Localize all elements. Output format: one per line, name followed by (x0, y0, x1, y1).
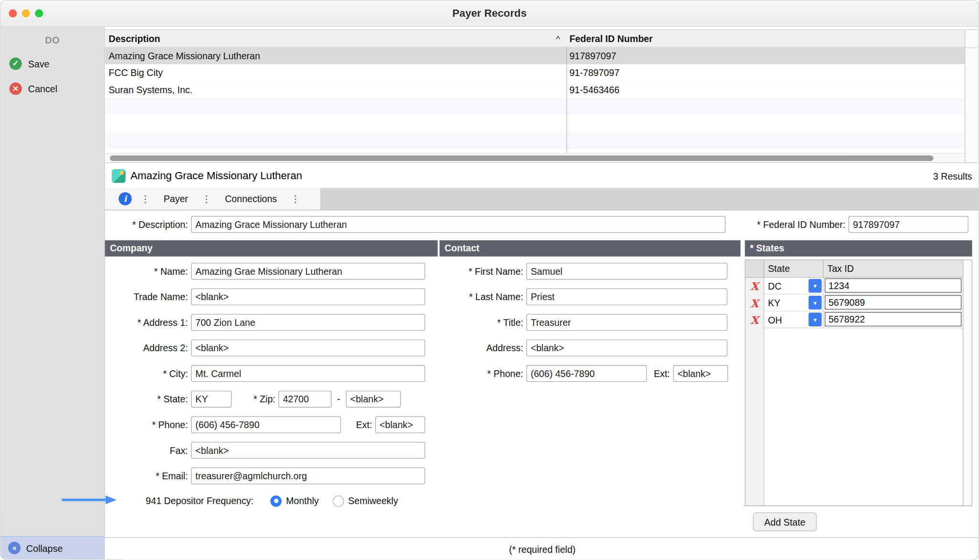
cell-description: Suran Systems, Inc. (105, 84, 566, 95)
record-title: Amazing Grace Missionary Lutheran (131, 170, 302, 182)
state-select[interactable]: KY ▾ (764, 294, 824, 311)
company-ext-input[interactable] (375, 416, 425, 433)
table-row[interactable]: FCC Big City 91-7897097 (105, 65, 965, 81)
contact-phone-input[interactable] (526, 365, 647, 382)
depositor-frequency-row: 941 Depositor Frequency: Monthly Semiwee… (105, 493, 439, 509)
state-input[interactable] (191, 391, 232, 408)
address2-input[interactable] (191, 340, 425, 356)
company-phone-input[interactable] (191, 416, 341, 433)
depositor-frequency-label: 941 Depositor Frequency: (105, 495, 253, 506)
form-row: * Title: (440, 314, 745, 331)
save-button[interactable]: ✓ Save (0, 51, 104, 76)
sidebar-header: DO (0, 27, 104, 51)
results-count: 3 Results (933, 171, 972, 181)
state-row: X DC ▾ 1234 (746, 278, 963, 294)
zip-separator: - (337, 394, 340, 404)
states-scrollbar-gutter[interactable] (963, 260, 971, 506)
delete-state-icon[interactable]: X (746, 294, 764, 311)
save-check-icon: ✓ (10, 57, 22, 70)
last-name-input[interactable] (526, 288, 728, 305)
taxid-cell: 1234 (824, 278, 963, 294)
contact-section: Contact * First Name: * Last Name: * Tit… (440, 240, 745, 382)
table-row[interactable]: Suran Systems, Inc. 91-5463466 (105, 81, 965, 98)
column-header-federal-id-label: Federal ID Number (569, 33, 653, 43)
table-header-row: Description ^ Federal ID Number (105, 30, 965, 48)
federal-id-input[interactable] (848, 216, 968, 233)
radio-monthly[interactable] (271, 495, 282, 506)
contact-section-header: Contact (440, 240, 741, 257)
vertical-scrollbar-gutter[interactable] (965, 30, 979, 162)
table-body: Amazing Grace Missionary Lutheran 917897… (105, 47, 965, 153)
form-row: * Address 1: (105, 314, 439, 331)
delete-state-icon[interactable]: X (746, 278, 764, 294)
cancel-button[interactable]: ✕ Cancel (0, 76, 104, 101)
title-input[interactable] (526, 314, 728, 331)
radio-monthly-label: Monthly (286, 495, 319, 506)
description-input[interactable] (191, 216, 726, 233)
taxid-input[interactable]: 5678922 (825, 312, 961, 326)
states-header-row: State Tax ID (746, 260, 963, 278)
tab-connections[interactable]: Connections (220, 194, 282, 204)
fax-input[interactable] (191, 442, 425, 459)
record-header: Amazing Grace Missionary Lutheran 3 Resu… (105, 164, 979, 188)
payer-records-window: Payer Records DO ✓ Save ✕ Cancel « Colla… (0, 0, 979, 560)
add-state-button[interactable]: Add State (753, 512, 816, 531)
contact-address-input[interactable] (526, 340, 728, 356)
cell-federal-id: 917897097 (566, 51, 965, 61)
state-value: KY (764, 297, 781, 308)
collapse-button[interactable]: « Collapse (0, 536, 104, 559)
form-row: Trade Name: (105, 288, 439, 305)
zip-input[interactable] (279, 391, 332, 408)
radio-semiweekly[interactable] (333, 495, 344, 506)
name-label: * Name: (105, 266, 188, 276)
chevron-down-icon[interactable]: ▾ (808, 279, 821, 293)
horizontal-scrollbar-thumb[interactable] (110, 155, 934, 161)
chevron-down-icon[interactable]: ▾ (808, 312, 821, 326)
contact-ext-input[interactable] (673, 365, 728, 382)
form-row: Address: (440, 340, 745, 356)
city-input[interactable] (191, 365, 425, 382)
state-row: X OH ▾ 5678922 (746, 312, 963, 328)
tab-payer[interactable]: Payer (159, 194, 193, 204)
window-title: Payer Records (0, 0, 978, 27)
email-input[interactable] (191, 467, 425, 484)
viewport: Payer Records DO ✓ Save ✕ Cancel « Colla… (0, 0, 979, 560)
form-row: * First Name: (440, 263, 745, 280)
states-section: * States State Tax ID X DC ▾ 1234 (745, 240, 972, 257)
form-row: * Name: (105, 263, 439, 280)
company-name-input[interactable] (191, 263, 425, 280)
last-name-label: * Last Name: (440, 291, 523, 302)
taxid-input[interactable]: 1234 (825, 279, 961, 293)
column-header-description[interactable]: Description ^ (105, 30, 566, 47)
horizontal-scrollbar-track (105, 153, 965, 162)
address2-label: Address 2: (105, 343, 188, 353)
address1-label: * Address 1: (105, 317, 188, 328)
form-row: * Last Name: (440, 288, 745, 305)
trade-name-input[interactable] (191, 288, 425, 305)
state-row: X KY ▾ 5679089 (746, 294, 963, 311)
table-row[interactable]: Amazing Grace Missionary Lutheran 917897… (105, 47, 965, 64)
state-select[interactable]: DC ▾ (764, 278, 824, 294)
column-header-federal-id[interactable]: Federal ID Number (566, 30, 965, 47)
zip-plus4-input[interactable] (346, 391, 401, 408)
main-content: Description ^ Federal ID Number Amazing … (105, 27, 979, 560)
form-row: Address 2: (105, 340, 439, 356)
states-section-header: * States (745, 240, 972, 257)
footer: (* required field) (105, 538, 979, 560)
description-row: * Description: * Federal ID Number: (105, 216, 972, 233)
states-delete-header (746, 260, 764, 277)
address1-input[interactable] (191, 314, 425, 331)
states-state-header: State (764, 260, 824, 277)
tab-separator-icon: ⋮ (141, 193, 150, 205)
taxid-input[interactable]: 5679089 (825, 295, 961, 310)
states-table: State Tax ID X DC ▾ 1234 X KY (745, 259, 972, 506)
sort-ascending-icon: ^ (556, 33, 560, 43)
info-icon[interactable]: i (119, 192, 131, 205)
delete-state-icon[interactable]: X (746, 312, 764, 328)
form-row: * State: * Zip: - (105, 391, 439, 408)
ext-label: Ext: (341, 420, 372, 430)
first-name-input[interactable] (526, 263, 728, 280)
collapse-chevrons-icon: « (8, 542, 21, 554)
chevron-down-icon[interactable]: ▾ (808, 296, 821, 310)
state-select[interactable]: OH ▾ (764, 312, 824, 328)
